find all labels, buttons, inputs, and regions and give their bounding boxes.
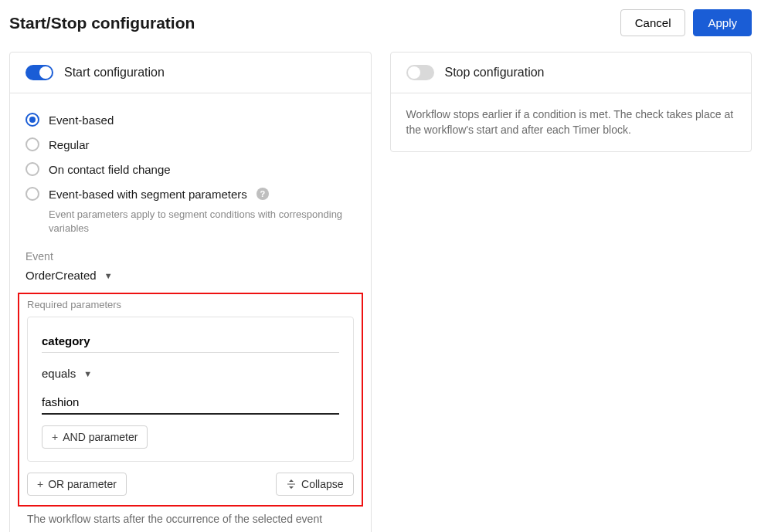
param-operator-dropdown[interactable]: equals ▼ — [42, 364, 339, 391]
stop-toggle[interactable] — [406, 65, 434, 80]
start-config-title: Start configuration — [64, 66, 165, 80]
or-parameter-button[interactable]: + OR parameter — [27, 473, 127, 496]
start-footnote: The workflow starts after the occurrence… — [27, 513, 354, 525]
param-key-input[interactable] — [42, 330, 339, 353]
collapse-button[interactable]: Collapse — [276, 473, 353, 496]
stop-config-panel: Stop configuration Workflow stops earlie… — [390, 52, 753, 152]
page-title: Start/Stop configuration — [9, 14, 195, 32]
plus-icon: + — [52, 431, 58, 443]
chevron-down-icon: ▼ — [83, 369, 92, 378]
stop-config-title: Stop configuration — [445, 66, 545, 80]
param-value-input[interactable] — [42, 391, 339, 415]
help-icon[interactable]: ? — [256, 188, 269, 200]
chevron-down-icon: ▼ — [104, 271, 113, 280]
trigger-mode-radios: Event-based Regular On contact field cha… — [25, 107, 355, 235]
radio-label-regular: Regular — [49, 138, 90, 151]
event-field-label: Event — [25, 250, 355, 263]
and-parameter-button[interactable]: + AND parameter — [42, 425, 148, 449]
radio-event-based-segment[interactable] — [25, 187, 39, 201]
collapse-icon — [286, 479, 297, 490]
collapse-label: Collapse — [301, 478, 343, 490]
radio-regular[interactable] — [25, 137, 39, 151]
segment-hint: Event parameters apply to segment condit… — [49, 208, 355, 235]
start-config-panel: Start configuration Event-based Regular … — [9, 52, 372, 532]
radio-event-based[interactable] — [25, 113, 39, 127]
stop-note: Workflow stops earlier if a condition is… — [391, 93, 752, 151]
parameter-card: equals ▼ + AND parameter — [27, 317, 354, 462]
param-operator-value: equals — [42, 367, 76, 380]
header-buttons: Cancel Apply — [620, 9, 752, 36]
event-dropdown-value: OrderCreated — [25, 269, 97, 282]
plus-icon: + — [37, 478, 43, 490]
required-parameters-label: Required parameters — [27, 299, 354, 310]
cancel-button[interactable]: Cancel — [620, 9, 686, 36]
start-toggle[interactable] — [25, 65, 53, 80]
event-dropdown[interactable]: OrderCreated ▼ — [25, 267, 113, 283]
apply-button[interactable]: Apply — [693, 9, 752, 36]
or-parameter-label: OR parameter — [48, 478, 117, 490]
radio-label-event-based: Event-based — [49, 114, 114, 127]
radio-label-on-field-change: On contact field change — [49, 163, 171, 176]
radio-on-field-change[interactable] — [25, 162, 39, 176]
and-parameter-label: AND parameter — [63, 431, 138, 443]
required-parameters-section: Required parameters equals ▼ + AND param… — [18, 293, 363, 507]
radio-label-event-based-segment: Event-based with segment parameters — [49, 188, 247, 201]
